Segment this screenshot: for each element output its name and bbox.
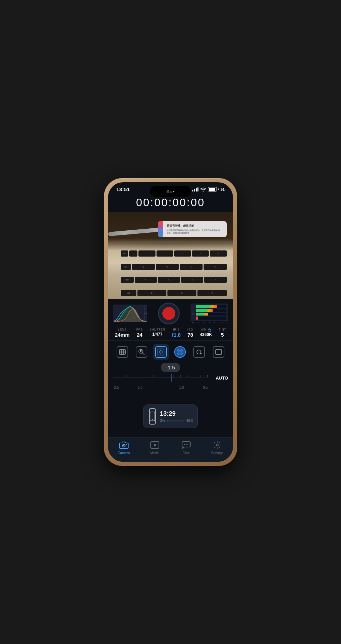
tools-row: + (108, 341, 233, 363)
exposure-tool-button[interactable] (172, 344, 188, 360)
iris-value: f1.8 (172, 332, 181, 338)
tab-settings[interactable]: Settings (202, 440, 233, 455)
device-card-container: 13:29 3% 4GB (108, 392, 233, 437)
svg-point-32 (187, 444, 188, 445)
grid-tool-button[interactable] (115, 344, 130, 360)
audio-channel-2: 2 (192, 309, 226, 312)
svg-text:A: A (200, 352, 202, 355)
device-time: 13:29 (160, 410, 193, 417)
svg-point-22 (152, 419, 153, 420)
exposure-value-badge: -1.5 (161, 363, 180, 372)
controls-area: 1 2 (108, 299, 233, 462)
tint-label: TINT (219, 328, 226, 331)
focus-icon (155, 346, 167, 358)
tab-camera[interactable]: Camera (108, 440, 139, 455)
tab-bar: Camera Media (108, 437, 233, 462)
svg-rect-26 (126, 444, 127, 445)
svg-point-30 (184, 444, 185, 445)
fps-setting[interactable]: FPS 24 (136, 328, 143, 338)
iris-setting[interactable]: IRIS f1.8 (172, 328, 181, 338)
exposure-icon (174, 346, 186, 358)
svg-point-25 (123, 445, 124, 446)
crop-tool-button[interactable] (211, 344, 226, 360)
svg-rect-20 (216, 350, 222, 354)
histogram-bars (113, 305, 147, 322)
tint-value: 5 (221, 332, 224, 338)
exposure-section: -1.5 (108, 363, 233, 392)
focus-tool-button[interactable] (153, 344, 169, 360)
device-storage-percent: 3% (160, 419, 165, 423)
device-phone-icon (149, 408, 156, 425)
popup-text: 軟體是否提供特殊功能如多鏡頭錄影、色彩選擇的重要依據，另外，針對有社群媒體需 (167, 229, 223, 235)
exposure-auto-label[interactable]: AUTO (216, 375, 228, 381)
svg-rect-0 (208, 329, 211, 332)
tab-media[interactable]: Media (139, 440, 171, 455)
popup-title: 是否有特殊、創意功能 (167, 224, 223, 228)
storage-bar (167, 420, 184, 421)
meter-axis: -45 -30 -20 -10 -6 -3 0 3 (191, 322, 228, 324)
timer-display: 00:00:00:00 (136, 196, 205, 209)
fps-label: FPS (136, 328, 143, 331)
camera-tab-icon (119, 440, 129, 450)
tint-setting[interactable]: TINT 5 (219, 328, 226, 338)
dynamic-island-text: 某人● (166, 189, 175, 194)
svg-line-7 (143, 353, 145, 355)
iso-setting[interactable]: ISO 78 (188, 328, 193, 338)
device-card[interactable]: 13:29 3% 4GB (143, 404, 198, 428)
audio-channel-4: 4 (192, 317, 226, 319)
shutter-value: 1/477 (152, 332, 162, 337)
viewfinder[interactable]: esc ~ 1 2 3 4 tab Q W E (108, 212, 233, 299)
popup-sidebar (158, 221, 163, 237)
status-time: 13:51 (116, 186, 130, 192)
signal-icon (192, 187, 198, 191)
svg-point-13 (160, 352, 161, 353)
wb-label: WB (201, 328, 211, 332)
tab-chat-label: Chat (182, 451, 190, 455)
wb-value: 4360K (200, 332, 212, 337)
histogram[interactable] (113, 305, 147, 322)
exposure-scale: -2.5 -2.0 -1.0 -0.5 (113, 386, 228, 389)
tab-media-label: Media (150, 451, 160, 455)
camera-settings-row: LENS 24mm FPS 24 SHUTTER 1/477 IRIS f1.8… (108, 326, 233, 341)
settings-tab-icon (212, 440, 222, 450)
iso-value: 78 (188, 332, 193, 338)
fps-value: 24 (137, 332, 143, 338)
exposure-slider[interactable]: AUTO (113, 373, 228, 383)
audio-channel-1: 1 (192, 305, 226, 308)
status-right-icons: 91 (192, 187, 225, 191)
overlay-popup: 是否有特殊、創意功能 軟體是否提供特殊功能如多鏡頭錄影、色彩選擇的重要依據，另外… (158, 221, 226, 237)
lens-setting[interactable]: LENS 24mm (115, 328, 130, 338)
svg-point-31 (186, 444, 187, 445)
autofocus-tool-button[interactable]: A (191, 344, 207, 360)
phone-screen: 某人● 13:51 (108, 182, 233, 462)
status-bar: 某人● 13:51 (108, 182, 233, 194)
storage-fill (167, 420, 167, 421)
tab-settings-label: Settings (211, 451, 223, 455)
tab-chat[interactable]: Chat (170, 440, 202, 455)
crop-icon (213, 346, 224, 358)
audio-meter: 1 2 (191, 304, 228, 324)
wb-setting[interactable]: WB 4360K (200, 328, 212, 338)
magnify-icon: + (136, 346, 147, 358)
iso-label: ISO (188, 328, 193, 331)
wifi-icon (201, 187, 206, 191)
dynamic-island: 某人● (150, 186, 191, 197)
record-dot (162, 307, 175, 320)
svg-text:+: + (140, 350, 141, 352)
grid-icon (117, 346, 128, 358)
magnify-tool-button[interactable]: + (134, 344, 149, 360)
device-info: 13:29 3% 4GB (160, 410, 193, 423)
record-button[interactable] (158, 303, 180, 324)
meters-row: 1 2 (108, 299, 233, 326)
device-storage-size: 4GB (186, 419, 193, 423)
autofocus-icon: A (193, 346, 205, 358)
battery-icon (208, 187, 219, 191)
phone-frame: 某人● 13:51 (104, 178, 237, 466)
tab-camera-label: Camera (118, 451, 130, 455)
svg-point-33 (216, 444, 218, 446)
svg-marker-28 (154, 443, 157, 447)
lens-label: LENS (118, 328, 127, 331)
lens-value: 24mm (115, 332, 130, 338)
chat-tab-icon (181, 440, 191, 450)
shutter-setting[interactable]: SHUTTER 1/477 (149, 328, 165, 338)
